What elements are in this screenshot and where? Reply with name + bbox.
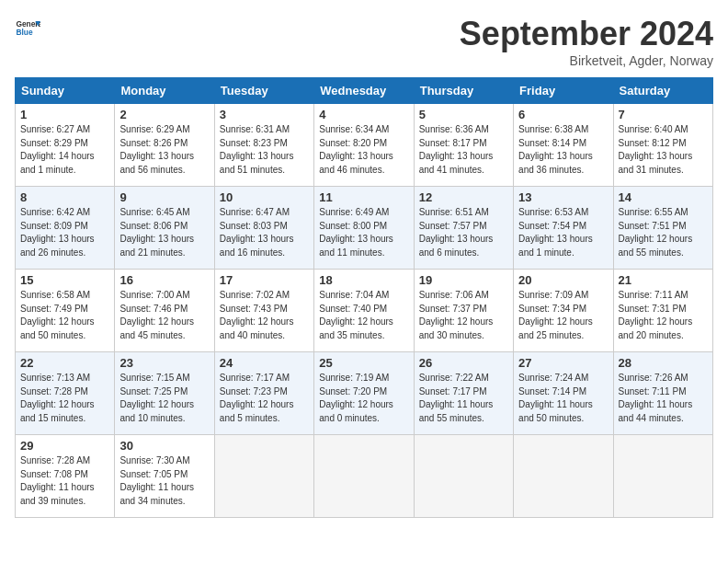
day-number: 1 [20,108,109,121]
cell-content: Sunrise: 6:36 AMSunset: 8:17 PMDaylight:… [419,123,508,177]
title-block: September 2024 Birketveit, Agder, Norway [460,15,713,68]
cell-content: Sunrise: 7:09 AMSunset: 7:34 PMDaylight:… [518,289,608,342]
calendar-cell: 29Sunrise: 7:28 AMSunset: 7:08 PMDayligh… [16,435,115,518]
calendar-body: 1Sunrise: 6:27 AMSunset: 8:29 PMDaylight… [16,104,713,518]
cell-content: Sunrise: 6:29 AMSunset: 8:26 PMDaylight:… [119,123,209,177]
cell-content: Sunrise: 6:27 AMSunset: 8:29 PMDaylight:… [20,123,109,177]
calendar-cell: 26Sunrise: 7:22 AMSunset: 7:17 PMDayligh… [414,352,513,435]
day-number: 7 [619,108,708,121]
cell-content: Sunrise: 6:53 AMSunset: 7:54 PMDaylight:… [518,206,608,259]
calendar-table: SundayMondayTuesdayWednesdayThursdayFrid… [15,77,713,518]
calendar-week-row: 29Sunrise: 7:28 AMSunset: 7:08 PMDayligh… [16,435,713,518]
day-number: 8 [20,190,109,204]
cell-content: Sunrise: 6:47 AMSunset: 8:03 PMDaylight:… [220,206,309,259]
day-number: 14 [619,190,708,204]
cell-content: Sunrise: 7:30 AMSunset: 7:05 PMDaylight:… [119,454,209,508]
day-number: 17 [220,273,309,287]
calendar-cell: 30Sunrise: 7:30 AMSunset: 7:05 PMDayligh… [115,435,214,518]
calendar-cell [514,435,613,518]
day-number: 24 [220,356,309,370]
logo-icon: General Blue [15,15,40,40]
day-number: 18 [319,273,408,287]
day-number: 11 [319,190,408,204]
cell-content: Sunrise: 7:00 AMSunset: 7:46 PMDaylight:… [119,289,209,342]
calendar-cell [414,435,513,518]
cell-content: Sunrise: 6:55 AMSunset: 7:51 PMDaylight:… [619,206,708,259]
calendar-cell: 13Sunrise: 6:53 AMSunset: 7:54 PMDayligh… [514,187,613,270]
day-number: 10 [220,190,309,204]
calendar-cell: 22Sunrise: 7:13 AMSunset: 7:28 PMDayligh… [16,352,115,435]
calendar-cell: 11Sunrise: 6:49 AMSunset: 8:00 PMDayligh… [314,187,414,270]
calendar-cell: 15Sunrise: 6:58 AMSunset: 7:49 PMDayligh… [16,270,115,352]
cell-content: Sunrise: 7:19 AMSunset: 7:20 PMDaylight:… [319,372,408,425]
day-number: 19 [419,273,508,287]
cell-content: Sunrise: 6:45 AMSunset: 8:06 PMDaylight:… [119,206,209,259]
day-number: 4 [319,108,408,121]
calendar-cell: 20Sunrise: 7:09 AMSunset: 7:34 PMDayligh… [514,270,613,352]
day-number: 28 [619,356,708,370]
calendar-header-row: SundayMondayTuesdayWednesdayThursdayFrid… [16,78,713,104]
day-header-friday: Friday [514,78,613,104]
cell-content: Sunrise: 6:42 AMSunset: 8:09 PMDaylight:… [20,206,109,259]
cell-content: Sunrise: 7:11 AMSunset: 7:31 PMDaylight:… [619,289,708,342]
day-number: 6 [518,108,608,121]
cell-content: Sunrise: 7:13 AMSunset: 7:28 PMDaylight:… [20,372,109,425]
calendar-week-row: 15Sunrise: 6:58 AMSunset: 7:49 PMDayligh… [16,270,713,352]
svg-text:Blue: Blue [16,28,32,37]
calendar-title: September 2024 [460,15,713,53]
day-header-thursday: Thursday [414,78,513,104]
calendar-subtitle: Birketveit, Agder, Norway [460,53,713,68]
calendar-cell: 28Sunrise: 7:26 AMSunset: 7:11 PMDayligh… [613,352,712,435]
calendar-cell: 14Sunrise: 6:55 AMSunset: 7:51 PMDayligh… [613,187,712,270]
calendar-cell: 5Sunrise: 6:36 AMSunset: 8:17 PMDaylight… [414,104,513,187]
cell-content: Sunrise: 6:38 AMSunset: 8:14 PMDaylight:… [518,123,608,177]
cell-content: Sunrise: 7:26 AMSunset: 7:11 PMDaylight:… [619,372,708,425]
calendar-cell: 2Sunrise: 6:29 AMSunset: 8:26 PMDaylight… [115,104,214,187]
cell-content: Sunrise: 6:51 AMSunset: 7:57 PMDaylight:… [419,206,508,259]
cell-content: Sunrise: 7:22 AMSunset: 7:17 PMDaylight:… [419,372,508,425]
cell-content: Sunrise: 7:15 AMSunset: 7:25 PMDaylight:… [119,372,209,425]
calendar-cell: 9Sunrise: 6:45 AMSunset: 8:06 PMDaylight… [115,187,214,270]
day-header-saturday: Saturday [613,78,712,104]
cell-content: Sunrise: 6:31 AMSunset: 8:23 PMDaylight:… [220,123,309,177]
cell-content: Sunrise: 6:58 AMSunset: 7:49 PMDaylight:… [20,289,109,342]
calendar-cell: 25Sunrise: 7:19 AMSunset: 7:20 PMDayligh… [314,352,414,435]
cell-content: Sunrise: 7:02 AMSunset: 7:43 PMDaylight:… [220,289,309,342]
calendar-week-row: 8Sunrise: 6:42 AMSunset: 8:09 PMDaylight… [16,187,713,270]
day-number: 2 [119,108,209,121]
calendar-cell: 23Sunrise: 7:15 AMSunset: 7:25 PMDayligh… [115,352,214,435]
calendar-cell [214,435,313,518]
calendar-cell: 24Sunrise: 7:17 AMSunset: 7:23 PMDayligh… [214,352,313,435]
calendar-cell: 19Sunrise: 7:06 AMSunset: 7:37 PMDayligh… [414,270,513,352]
cell-content: Sunrise: 7:17 AMSunset: 7:23 PMDaylight:… [220,372,309,425]
day-number: 23 [119,356,209,370]
day-number: 29 [20,439,109,453]
calendar-cell: 16Sunrise: 7:00 AMSunset: 7:46 PMDayligh… [115,270,214,352]
day-number: 22 [20,356,109,370]
calendar-cell: 8Sunrise: 6:42 AMSunset: 8:09 PMDaylight… [16,187,115,270]
day-number: 15 [20,273,109,287]
cell-content: Sunrise: 7:28 AMSunset: 7:08 PMDaylight:… [20,454,109,508]
day-header-wednesday: Wednesday [314,78,414,104]
calendar-cell: 17Sunrise: 7:02 AMSunset: 7:43 PMDayligh… [214,270,313,352]
cell-content: Sunrise: 7:24 AMSunset: 7:14 PMDaylight:… [518,372,608,425]
day-number: 5 [419,108,508,121]
calendar-cell: 10Sunrise: 6:47 AMSunset: 8:03 PMDayligh… [214,187,313,270]
cell-content: Sunrise: 7:04 AMSunset: 7:40 PMDaylight:… [319,289,408,342]
cell-content: Sunrise: 7:06 AMSunset: 7:37 PMDaylight:… [419,289,508,342]
day-number: 3 [220,108,309,121]
calendar-cell: 18Sunrise: 7:04 AMSunset: 7:40 PMDayligh… [314,270,414,352]
day-number: 20 [518,273,608,287]
calendar-week-row: 1Sunrise: 6:27 AMSunset: 8:29 PMDaylight… [16,104,713,187]
calendar-cell: 12Sunrise: 6:51 AMSunset: 7:57 PMDayligh… [414,187,513,270]
calendar-cell [613,435,712,518]
day-number: 26 [419,356,508,370]
calendar-week-row: 22Sunrise: 7:13 AMSunset: 7:28 PMDayligh… [16,352,713,435]
calendar-cell: 6Sunrise: 6:38 AMSunset: 8:14 PMDaylight… [514,104,613,187]
page-header: General Blue September 2024 Birketveit, … [15,15,713,68]
day-number: 16 [119,273,209,287]
day-header-tuesday: Tuesday [214,78,313,104]
calendar-cell: 27Sunrise: 7:24 AMSunset: 7:14 PMDayligh… [514,352,613,435]
calendar-cell: 4Sunrise: 6:34 AMSunset: 8:20 PMDaylight… [314,104,414,187]
day-header-monday: Monday [115,78,214,104]
